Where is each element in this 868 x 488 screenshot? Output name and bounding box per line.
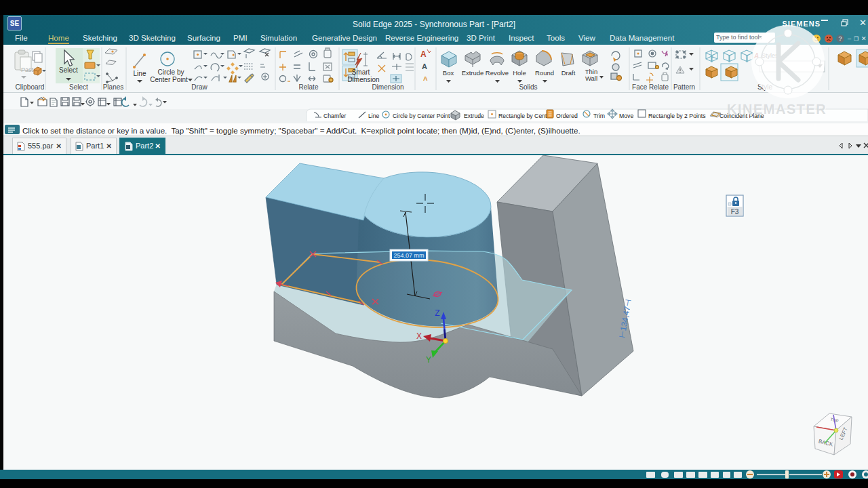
svg-text:254.07 mm: 254.07 mm <box>393 252 424 259</box>
svg-text:Circle by: Circle by <box>158 68 184 76</box>
svg-text:Line: Line <box>368 113 380 119</box>
svg-text:?: ? <box>838 35 842 42</box>
svg-text:Hole: Hole <box>513 69 526 77</box>
svg-text:Solids: Solids <box>519 83 537 91</box>
svg-text:Y: Y <box>426 355 431 365</box>
svg-text:Pattern: Pattern <box>673 83 695 91</box>
svg-text:Center Point: Center Point <box>150 76 188 83</box>
svg-text:–: – <box>848 35 851 42</box>
svg-text:Circle by Center Point: Circle by Center Point <box>393 113 450 119</box>
svg-text:Draft: Draft <box>561 69 576 77</box>
svg-text:Z: Z <box>435 308 439 318</box>
svg-text:Select: Select <box>69 83 88 91</box>
svg-text:Relate: Relate <box>299 83 319 91</box>
svg-text:Rectangle by Center: Rectangle by Center <box>498 113 552 119</box>
svg-text:Planes: Planes <box>103 83 124 91</box>
svg-text:Select: Select <box>59 66 78 74</box>
svg-text:Trim: Trim <box>593 113 605 119</box>
svg-text:Box: Box <box>443 69 454 77</box>
svg-text:Clipboard: Clipboard <box>16 83 45 91</box>
svg-text:Dimension: Dimension <box>372 83 403 91</box>
svg-text:Dimension: Dimension <box>347 76 379 83</box>
svg-text:Wall: Wall <box>585 75 597 82</box>
svg-text:Draw: Draw <box>191 83 208 91</box>
svg-text:Rectangle by 2 Points: Rectangle by 2 Points <box>648 113 706 119</box>
svg-text:❐: ❐ <box>854 36 859 42</box>
svg-text:Extrude: Extrude <box>464 113 484 119</box>
svg-text:Extrude: Extrude <box>462 69 484 77</box>
svg-text:Smart: Smart <box>352 68 370 76</box>
svg-text:X: X <box>416 331 422 341</box>
svg-text:✕: ✕ <box>861 35 867 42</box>
svg-text:F3: F3 <box>731 208 739 216</box>
svg-text:Line: Line <box>134 70 146 77</box>
svg-text:A: A <box>420 49 427 59</box>
svg-text:Face Relate: Face Relate <box>632 83 669 91</box>
svg-text:Ordered: Ordered <box>556 113 578 119</box>
svg-text:Move: Move <box>619 113 633 119</box>
svg-text:Round: Round <box>535 69 554 77</box>
svg-text:Chamfer: Chamfer <box>323 113 346 119</box>
svg-text:Revolve: Revolve <box>486 69 509 77</box>
svg-text:A: A <box>423 75 428 82</box>
svg-text:A: A <box>422 62 427 70</box>
